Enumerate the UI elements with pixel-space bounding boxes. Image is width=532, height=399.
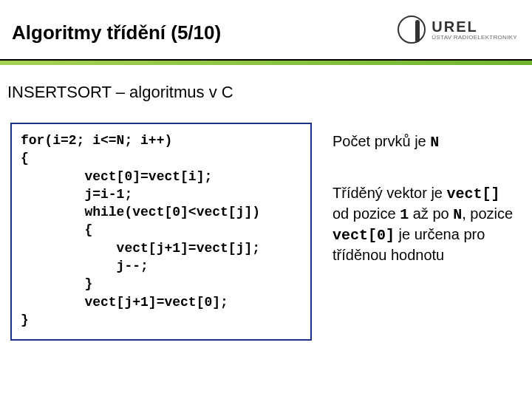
note-paragraph: Tříděný vektor je vect[] od pozice 1 až … [332, 183, 519, 265]
code-line: } [21, 313, 29, 327]
code-line: vect[j+1]=vect[0]; [21, 295, 228, 310]
code-inline: N [430, 134, 439, 151]
code-inline: vect[] [447, 185, 500, 202]
code-line: j=i-1; [21, 187, 132, 202]
code-inline: vect[0] [332, 227, 395, 244]
note-paragraph: Počet prvků je N [332, 132, 519, 152]
note-text: až po [409, 205, 453, 222]
slide-subtitle: INSERTSORT – algoritmus v C [7, 83, 233, 102]
code-block: for(i=2; i<=N; i++) { vect[0]=vect[i]; j… [10, 123, 312, 341]
code-line: { [21, 151, 29, 166]
side-notes: Počet prvků je N Tříděný vektor je vect[… [332, 132, 519, 265]
code-inline: 1 [400, 206, 409, 223]
logo-text: UREL ÚSTAV RADIOELEKTRONIKY [432, 19, 517, 41]
code-line: while(vect[0]<vect[j]) [21, 205, 260, 219]
code-line: j--; [21, 259, 149, 273]
code-line: for(i=2; i<=N; i++) [21, 133, 172, 148]
divider-strip [0, 61, 532, 65]
title-bar: Algoritmy třídění (5/10) UREL ÚSTAV RADI… [0, 0, 532, 61]
logo: UREL ÚSTAV RADIOELEKTRONIKY [398, 16, 517, 44]
note-text: Počet prvků je [332, 133, 430, 149]
code-line: } [21, 276, 92, 291]
code-inline: N [453, 206, 462, 223]
note-text: Tříděný vektor je [332, 185, 447, 201]
code-line: vect[0]=vect[i]; [21, 169, 212, 184]
code-line: vect[j+1]=vect[j]; [21, 241, 260, 256]
logo-name: UREL [432, 19, 517, 34]
note-text: od pozice [332, 205, 400, 222]
logo-subtitle: ÚSTAV RADIOELEKTRONIKY [432, 34, 517, 41]
urel-logo-icon [398, 16, 426, 44]
slide-title: Algoritmy třídění (5/10) [12, 16, 221, 44]
note-text: , pozice [462, 205, 513, 222]
code-line: { [21, 222, 92, 237]
